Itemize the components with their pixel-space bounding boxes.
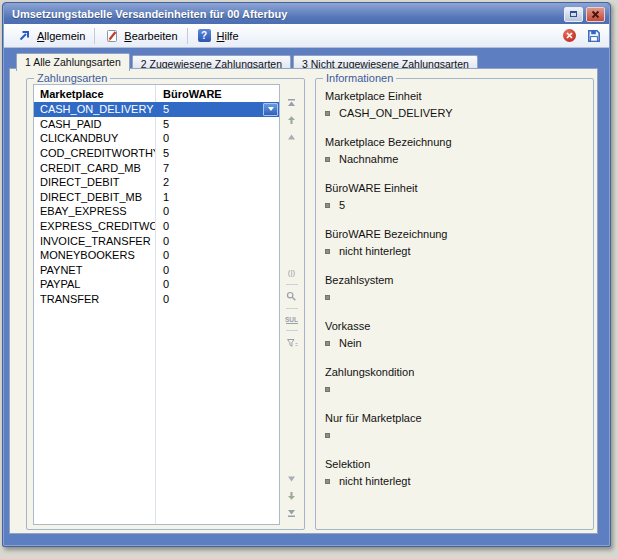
table-nav-strip: (|) SUL (282, 84, 301, 521)
info-item: VorkasseNein (325, 319, 585, 350)
cell-marketplace: PAYPAL (34, 278, 155, 290)
toolbar-buttons: AllgemeinBearbeiten?Hilfe (10, 26, 246, 45)
cell-marketplace: TRANSFER (34, 293, 155, 305)
cell-buroware: 0 (155, 264, 279, 276)
info-item-value-row: Nein (325, 336, 585, 350)
info-item: BüroWARE Einheit5 (325, 181, 585, 212)
info-item-label: Nur für Marketplace (325, 411, 585, 425)
column-width-icon[interactable]: (|) (286, 267, 298, 278)
table-row[interactable]: PAYPAL0 (34, 277, 279, 292)
info-item-value-row (325, 382, 585, 396)
table-row[interactable]: TRANSFER0 (34, 292, 279, 307)
table-row[interactable]: CREDIT_CARD_MB7 (34, 160, 279, 175)
cell-marketplace: COD_CREDITWORTHYNESS (34, 147, 155, 159)
cell-marketplace: INVOICE_TRANSFER (34, 235, 155, 247)
subtotal-icon[interactable]: SUL (286, 315, 298, 324)
scroll-up-icon[interactable] (286, 131, 298, 142)
arrow-up-right-icon (17, 28, 32, 43)
search-icon[interactable] (286, 291, 298, 302)
info-item-label: BüroWARE Bezeichnung (325, 227, 585, 241)
cell-marketplace: CLICKANDBUY (34, 132, 155, 144)
table-row[interactable]: CLICKANDBUY0 (34, 131, 279, 146)
nav-separator (286, 308, 298, 309)
toolbar: AllgemeinBearbeiten?Hilfe (4, 24, 609, 48)
bullet-icon (325, 249, 330, 254)
toolbar-button-bearbeiten[interactable]: Bearbeiten (97, 26, 184, 45)
table-row[interactable]: MONEYBOOKERS0 (34, 248, 279, 263)
table-row[interactable]: DIRECT_DEBIT_MB1 (34, 190, 279, 205)
window-title: Umsetzungstabelle Versandeinheiten für 0… (12, 8, 561, 20)
restore-icon (570, 11, 577, 17)
scroll-to-top-icon[interactable] (286, 97, 298, 108)
title-bar[interactable]: Umsetzungstabelle Versandeinheiten für 0… (4, 4, 609, 24)
nav-group-tools: (|) SUL (286, 267, 298, 348)
cell-buroware: 1 (155, 191, 279, 203)
table-row[interactable]: COD_CREDITWORTHYNESS5 (34, 146, 279, 161)
buroware-dropdown-button[interactable] (263, 103, 278, 116)
cell-marketplace: MONEYBOOKERS (34, 249, 155, 261)
nav-group-up (286, 97, 298, 142)
info-item-value: CASH_ON_DELIVERY (339, 106, 453, 120)
save-icon (586, 28, 601, 43)
toolbar-separator (94, 28, 95, 44)
cancel-button[interactable] (563, 27, 584, 44)
cell-marketplace: DIRECT_DEBIT (34, 176, 155, 188)
dialog-window: Umsetzungstabelle Versandeinheiten für 0… (2, 2, 611, 547)
scroll-down-fast-icon[interactable] (286, 490, 298, 501)
informationen-groupbox: Informationen Marketplace EinheitCASH_ON… (315, 78, 594, 530)
table-row[interactable]: CASH_PAID5 (34, 117, 279, 132)
tab-1[interactable]: 1 Alle Zahlungsarten (16, 53, 130, 71)
info-item-value-row: Nachnahme (325, 152, 585, 166)
chevron-down-icon (268, 107, 274, 111)
info-item-label: Vorkasse (325, 319, 585, 333)
help-icon: ? (197, 28, 212, 43)
cell-buroware: 2 (155, 176, 279, 188)
info-item: Selektionnicht hinterlegt (325, 457, 585, 488)
cell-buroware: 5 (155, 103, 279, 115)
info-item-value: nicht hinterlegt (339, 244, 411, 258)
info-item: BüroWARE Bezeichnungnicht hinterlegt (325, 227, 585, 258)
cell-buroware: 0 (155, 249, 279, 261)
restore-button[interactable] (564, 7, 583, 22)
cell-marketplace: CASH_PAID (34, 118, 155, 130)
info-item: Nur für Marketplace (325, 411, 585, 442)
scroll-up-fast-icon[interactable] (286, 114, 298, 125)
info-items: Marketplace EinheitCASH_ON_DELIVERYMarke… (325, 89, 585, 503)
info-item-value-row (325, 428, 585, 442)
cell-buroware: 0 (155, 220, 279, 232)
info-item-value: 5 (339, 198, 345, 212)
table-row[interactable]: PAYNET0 (34, 263, 279, 278)
edit-icon (104, 28, 119, 43)
toolbar-button-label: Bearbeiten (124, 30, 177, 42)
close-icon (591, 5, 600, 23)
cell-marketplace: PAYNET (34, 264, 155, 276)
scroll-to-bottom-icon[interactable] (286, 507, 298, 518)
table-row[interactable]: EBAY_EXPRESS0 (34, 204, 279, 219)
info-item-label: Zahlungskondition (325, 365, 585, 379)
close-button[interactable] (586, 7, 605, 22)
nav-separator (286, 330, 298, 331)
info-item-value-row: nicht hinterlegt (325, 474, 585, 488)
info-item-value: Nein (339, 336, 362, 350)
cancel-icon (563, 29, 576, 42)
cell-buroware: 0 (155, 235, 279, 247)
info-item: Marketplace BezeichnungNachnahme (325, 135, 585, 166)
cell-buroware: 0 (155, 278, 279, 290)
save-button[interactable] (584, 26, 603, 45)
cell-marketplace: EBAY_EXPRESS (34, 205, 155, 217)
column-header-marketplace: Marketplace (34, 88, 155, 100)
table-row[interactable]: CASH_ON_DELIVERY5 (34, 102, 279, 117)
bullet-icon (325, 479, 330, 484)
filter-icon[interactable] (286, 337, 298, 348)
table-row[interactable]: DIRECT_DEBIT2 (34, 175, 279, 190)
nav-separator (286, 284, 298, 285)
table-row[interactable]: EXPRESS_CREDITWORTHINESS0 (34, 219, 279, 234)
toolbar-button-allgemein[interactable]: Allgemein (10, 26, 92, 45)
toolbar-button-hilfe[interactable]: ?Hilfe (190, 26, 246, 45)
table-row[interactable]: INVOICE_TRANSFER0 (34, 233, 279, 248)
bullet-icon (325, 341, 330, 346)
scroll-down-icon[interactable] (286, 473, 298, 484)
toolbar-button-label: Hilfe (217, 30, 239, 42)
payment-rows: CASH_ON_DELIVERY5CASH_PAID5CLICKANDBUY0C… (34, 102, 279, 306)
bullet-icon (325, 157, 330, 162)
